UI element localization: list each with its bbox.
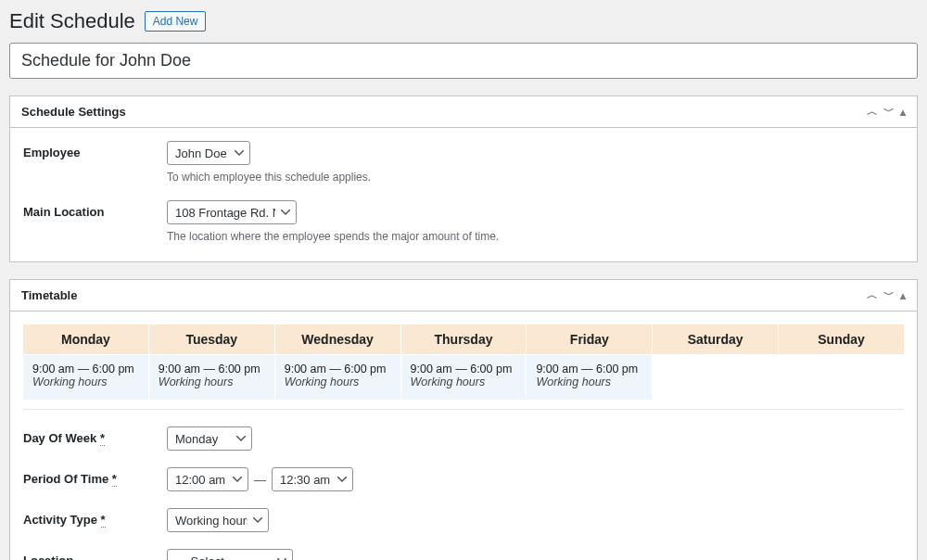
day-header-sunday: Sunday (779, 325, 904, 354)
day-header-friday: Friday (527, 325, 652, 354)
panel-title: Schedule Settings (21, 105, 126, 119)
timetable-panel: Timetable ︿ ﹀ ▴ Monday Tuesday Wednesday… (9, 279, 918, 560)
location-select[interactable]: — Select — (167, 549, 293, 560)
main-location-select[interactable]: 108 Frontage Rd. NY (167, 200, 297, 224)
required-marker: * (101, 513, 106, 528)
chevron-down-icon[interactable]: ﹀ (883, 287, 895, 303)
activity-type-label: Activity Type * (23, 508, 167, 527)
time-range: 9:00 am — 6:00 pm (32, 363, 139, 375)
day-header-saturday: Saturday (653, 325, 778, 354)
day-cell-empty[interactable] (779, 355, 904, 400)
day-of-week-label: Day Of Week * (23, 426, 167, 445)
day-cell[interactable]: 9:00 am — 6:00 pm Working hours (401, 355, 527, 400)
day-of-week-select[interactable]: Monday (167, 426, 252, 451)
page-title: Edit Schedule (9, 9, 135, 33)
time-range: 9:00 am — 6:00 pm (285, 363, 391, 375)
chevron-down-icon[interactable]: ﹀ (883, 104, 895, 120)
day-cell[interactable]: 9:00 am — 6:00 pm Working hours (527, 355, 652, 400)
time-range: 9:00 am — 6:00 pm (411, 363, 517, 375)
day-header-wednesday: Wednesday (275, 325, 400, 354)
period-of-time-label: Period Of Time * (23, 467, 167, 486)
chevron-up-icon[interactable]: ︿ (867, 287, 878, 303)
activity-label: Working hours (32, 375, 139, 388)
employee-select[interactable]: John Doe (167, 141, 250, 165)
activity-type-select[interactable]: Working hours (167, 508, 269, 532)
activity-label: Working hours (411, 375, 517, 388)
day-header-monday: Monday (23, 325, 148, 354)
period-to-select[interactable]: 12:30 am (272, 467, 353, 491)
add-new-button[interactable]: Add New (145, 11, 207, 32)
day-cell[interactable]: 9:00 am — 6:00 pm Working hours (23, 355, 148, 400)
activity-label: Working hours (159, 375, 265, 388)
schedule-settings-panel: Schedule Settings ︿ ﹀ ▴ Employee John Do… (9, 95, 918, 262)
chevron-up-icon[interactable]: ︿ (867, 104, 878, 120)
period-from-select[interactable]: 12:00 am (167, 467, 248, 491)
triangle-up-icon[interactable]: ▴ (900, 106, 906, 119)
main-location-label: Main Location (23, 200, 167, 219)
activity-label: Working hours (536, 375, 642, 388)
required-marker: * (112, 472, 117, 487)
day-cell[interactable]: 9:00 am — 6:00 pm Working hours (149, 355, 274, 400)
triangle-up-icon[interactable]: ▴ (900, 289, 906, 302)
time-range: 9:00 am — 6:00 pm (536, 363, 642, 375)
day-cell-empty[interactable] (653, 355, 778, 400)
main-location-help: The location where the employee spends t… (167, 230, 904, 243)
timetable-grid: Monday Tuesday Wednesday Thursday Friday… (23, 325, 904, 410)
location-label: Location (23, 549, 167, 560)
day-cell[interactable]: 9:00 am — 6:00 pm Working hours (275, 355, 400, 400)
activity-label: Working hours (285, 375, 391, 388)
employee-label: Employee (23, 141, 167, 159)
employee-help: To which employee this schedule applies. (167, 171, 904, 184)
required-marker: * (100, 431, 105, 446)
schedule-title-input[interactable] (9, 43, 918, 79)
period-separator: — (254, 473, 266, 487)
day-header-thursday: Thursday (401, 325, 527, 354)
time-range: 9:00 am — 6:00 pm (159, 363, 265, 375)
panel-title: Timetable (21, 288, 77, 302)
day-header-tuesday: Tuesday (149, 325, 274, 354)
